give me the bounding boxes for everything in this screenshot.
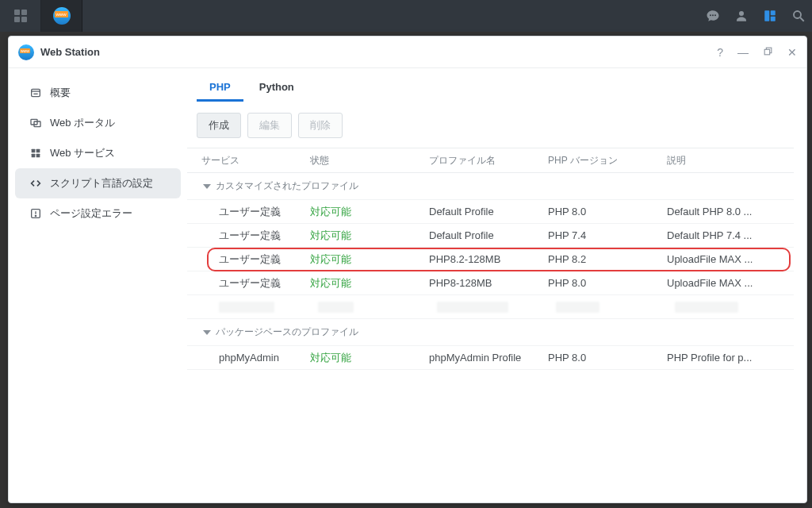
tab-php[interactable]: PHP [197,73,243,102]
taskbar-apps-button[interactable] [0,0,41,32]
close-button[interactable]: ✕ [787,46,797,59]
chevron-down-icon [203,184,211,189]
cell-version: PHP 8.2 [548,253,667,265]
maximize-button[interactable] [763,46,773,59]
table-row[interactable]: ユーザー定義対応可能PHP8.2-128MBPHP 8.2UploadFile … [187,248,794,271]
minimize-button[interactable]: — [737,46,749,59]
window-body: 概要 Web ポータル Web サービス スクリプト言語の設定 ページ設定エラー… [9,68,806,502]
svg-rect-19 [36,154,40,158]
cell-profile: PHP8.2-128MB [429,253,548,265]
sidebar-item-label: スクリプト言語の設定 [50,176,153,190]
search-icon[interactable] [791,9,806,23]
cell-state: 対応可能 [310,276,429,291]
cell-version: PHP 8.0 [548,277,667,289]
svg-point-0 [710,14,711,16]
system-tray [706,0,806,32]
svg-point-1 [712,14,714,16]
chat-icon[interactable] [706,9,720,23]
toolbar: 作成 編集 削除 [187,102,794,148]
profile-table: サービス 状態 プロファイル名 PHP バージョン 説明 カスタマイズされたプロ… [187,148,794,370]
svg-line-8 [800,17,804,21]
help-button[interactable]: ? [717,46,723,59]
app-icon [18,44,34,60]
col-profile[interactable]: プロファイル名 [429,154,548,167]
svg-rect-6 [771,17,776,21]
group-label: パッケージベースのプロファイル [216,325,358,339]
app-window: Web Station ? — ✕ 概要 Web ポータル Web サービス [8,36,807,503]
code-icon [29,177,42,190]
svg-point-7 [794,11,801,18]
cell-service: ユーザー定義 [195,252,310,267]
col-state[interactable]: 状態 [310,154,429,167]
col-desc[interactable]: 説明 [667,154,794,167]
sidebar-item-overview[interactable]: 概要 [15,78,181,108]
system-taskbar [0,0,812,32]
cell-desc: Default PHP 7.4 ... [667,229,794,241]
svg-rect-4 [764,10,769,21]
sidebar-item-label: Web サービス [50,146,115,160]
cell-version: PHP 8.0 [548,206,667,217]
edit-button[interactable]: 編集 [247,113,292,138]
sidebar-item-label: ページ設定エラー [50,206,132,221]
svg-rect-16 [32,149,36,153]
create-button[interactable]: 作成 [197,113,241,138]
cell-version: PHP 8.0 [548,352,667,364]
widgets-icon[interactable] [763,9,777,23]
svg-rect-18 [32,154,36,158]
tab-python[interactable]: Python [247,73,307,102]
cell-service: ユーザー定義 [195,229,310,243]
sidebar-item-label: Web ポータル [50,116,115,130]
cell-service: ユーザー定義 [195,276,310,291]
cell-profile: phpMyAdmin Profile [429,352,548,364]
svg-rect-17 [36,149,40,153]
cell-service: phpMyAdmin [195,352,310,364]
redacted-row [187,295,794,319]
col-version[interactable]: PHP バージョン [548,154,667,167]
cell-state: 対応可能 [310,351,429,365]
table-row[interactable]: phpMyAdmin対応可能phpMyAdmin ProfilePHP 8.0P… [187,346,794,370]
sidebar-item-script-settings[interactable]: スクリプト言語の設定 [15,168,181,198]
cell-state: 対応可能 [310,205,429,219]
cell-desc: UploadFile MAX ... [667,277,794,289]
language-tabs: PHP Python [187,73,794,102]
sidebar-item-page-errors[interactable]: ページ設定エラー [15,198,181,229]
taskbar-left-group [0,0,82,32]
user-icon[interactable] [734,9,749,23]
cell-desc: Default PHP 8.0 ... [667,206,794,217]
table-header: サービス 状態 プロファイル名 PHP バージョン 説明 [187,148,794,173]
table-row[interactable]: ユーザー定義対応可能PHP8-128MBPHP 8.0UploadFile MA… [187,271,794,295]
taskbar-webstation-button[interactable] [41,0,82,32]
cell-desc: PHP Profile for p... [667,352,794,364]
group-label: カスタマイズされたプロファイル [216,179,358,193]
sidebar-item-web-service[interactable]: Web サービス [15,138,181,168]
cell-service: ユーザー定義 [195,205,310,219]
sidebar-item-label: 概要 [50,86,71,100]
overview-icon [29,87,42,99]
group-header-package[interactable]: パッケージベースのプロファイル [187,319,794,346]
svg-rect-5 [771,10,776,15]
cell-profile: PHP8-128MB [429,277,548,289]
col-service[interactable]: サービス [195,154,310,167]
apps-grid-icon [14,10,27,22]
cell-state: 対応可能 [310,252,429,267]
portal-icon [29,117,42,129]
cell-state: 対応可能 [310,229,429,243]
title-bar: Web Station ? — ✕ [9,37,806,68]
sidebar: 概要 Web ポータル Web サービス スクリプト言語の設定 ページ設定エラー [9,68,187,502]
table-row[interactable]: ユーザー定義対応可能Default ProfilePHP 8.0Default … [187,200,794,224]
app-title: Web Station [40,46,100,58]
chevron-down-icon [203,330,211,335]
main-panel: PHP Python 作成 編集 削除 サービス 状態 プロファイル名 PHP … [187,68,806,502]
error-icon [29,207,42,220]
cell-desc: UploadFile MAX ... [667,253,794,265]
table-row[interactable]: ユーザー定義対応可能Default ProfilePHP 7.4Default … [187,224,794,248]
delete-button[interactable]: 削除 [298,113,343,138]
svg-point-22 [35,215,36,216]
sidebar-item-web-portal[interactable]: Web ポータル [15,108,181,138]
group-header-custom[interactable]: カスタマイズされたプロファイル [187,173,794,200]
window-controls: ? — ✕ [717,46,797,59]
cell-version: PHP 7.4 [548,229,667,241]
cell-profile: Default Profile [429,206,548,217]
service-icon [29,147,42,160]
svg-rect-11 [32,89,40,96]
